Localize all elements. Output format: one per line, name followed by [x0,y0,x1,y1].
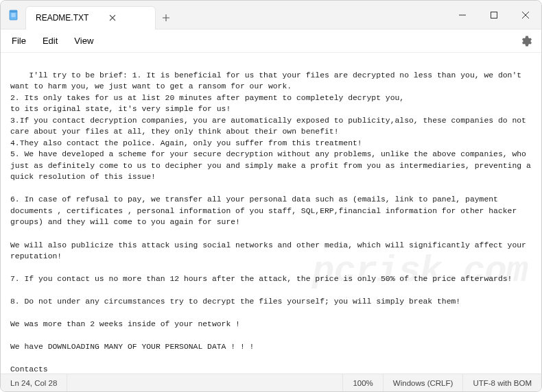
menubar: File Edit View [1,29,541,53]
close-tab-icon[interactable] [108,13,117,23]
window-controls [447,1,541,29]
status-position[interactable]: Ln 24, Col 28 [1,374,67,391]
titlebar-drag-area[interactable] [176,1,447,29]
status-spacer [67,374,343,391]
maximize-button[interactable] [478,1,510,29]
status-line-ending[interactable]: Windows (CRLF) [384,374,464,391]
watermark: pcrisk.com [312,245,528,298]
minimize-button[interactable] [447,1,478,29]
document-tab[interactable]: README.TXT [25,6,156,29]
menu-edit[interactable]: Edit [34,33,66,49]
statusbar: Ln 24, Col 28 100% Windows (CRLF) UTF-8 … [1,373,541,391]
titlebar-left: README.TXT [1,1,176,29]
settings-button[interactable] [515,32,539,51]
svg-rect-6 [491,12,497,18]
close-window-button[interactable] [510,1,541,29]
notepad-window: README.TXT File Edit View [0,0,542,392]
gear-icon [521,36,532,47]
menu-file[interactable]: File [3,33,34,49]
svg-rect-1 [10,10,17,12]
menu-view[interactable]: View [66,33,102,49]
titlebar: README.TXT [1,1,541,29]
document-text: I'll try to be brief: 1. It is beneficia… [10,71,536,373]
status-zoom[interactable]: 100% [343,374,383,391]
new-tab-button[interactable] [156,14,176,22]
tab-title: README.TXT [36,13,89,23]
text-editor-area[interactable]: I'll try to be brief: 1. It is beneficia… [1,53,541,373]
status-encoding[interactable]: UTF-8 with BOM [463,374,541,391]
notepad-app-icon [8,9,20,21]
